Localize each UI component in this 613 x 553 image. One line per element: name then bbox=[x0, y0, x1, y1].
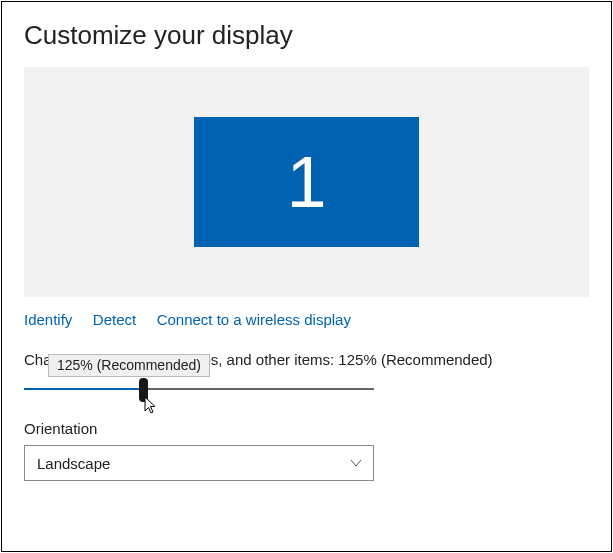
chevron-down-icon bbox=[349, 456, 363, 470]
scale-slider[interactable] bbox=[24, 382, 374, 410]
slider-track-fill bbox=[24, 388, 144, 390]
display-action-links: Identify Detect Connect to a wireless di… bbox=[24, 311, 589, 329]
orientation-selected-value: Landscape bbox=[37, 455, 110, 472]
slider-thumb[interactable] bbox=[139, 378, 148, 402]
slider-tooltip: 125% (Recommended) bbox=[48, 354, 210, 377]
display-settings-panel: Customize your display 1 Identify Detect… bbox=[1, 1, 612, 552]
connect-wireless-link[interactable]: Connect to a wireless display bbox=[157, 311, 351, 328]
orientation-label: Orientation bbox=[24, 420, 589, 437]
detect-link[interactable]: Detect bbox=[93, 311, 136, 328]
orientation-dropdown[interactable]: Landscape bbox=[24, 445, 374, 481]
identify-link[interactable]: Identify bbox=[24, 311, 72, 328]
page-title: Customize your display bbox=[24, 20, 589, 51]
monitor-preview-area: 1 bbox=[24, 67, 589, 297]
monitor-1[interactable]: 1 bbox=[194, 117, 419, 247]
monitor-number-label: 1 bbox=[286, 141, 326, 223]
